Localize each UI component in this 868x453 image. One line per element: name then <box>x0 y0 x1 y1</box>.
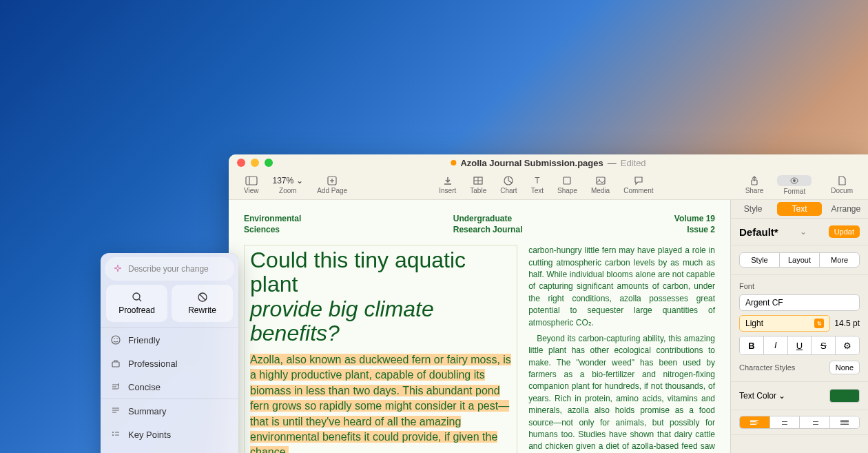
subtab-layout[interactable]: Layout <box>780 253 820 267</box>
side-paragraph-2: Beyond its carbon-capturing ability, thi… <box>528 333 715 453</box>
gear-icon: ⚙ <box>843 341 851 351</box>
traffic-lights <box>237 159 273 167</box>
character-styles-dropdown[interactable]: None <box>829 361 860 374</box>
toolbar: View 137% ⌄ Zoom Add Page Insert Table C… <box>229 171 868 200</box>
zoom-dropdown[interactable]: 137% ⌄ Zoom <box>266 176 311 194</box>
svg-point-34 <box>112 434 114 436</box>
maximize-button[interactable] <box>265 159 273 167</box>
close-button[interactable] <box>237 159 245 167</box>
sparkle-icon <box>113 264 123 274</box>
ai-writing-tools-panel: Describe your change Proofread Rewrite F… <box>101 253 238 453</box>
tone-concise-item[interactable]: Concise <box>101 375 238 399</box>
tone-friendly-item[interactable]: Friendly <box>101 328 238 352</box>
align-right-button[interactable] <box>800 416 830 428</box>
stepper-arrows-icon: ⇅ <box>814 319 824 328</box>
chart-button[interactable]: Chart <box>493 176 524 194</box>
proofread-button[interactable]: Proofread <box>106 285 167 322</box>
comment-button[interactable]: Comment <box>617 176 660 194</box>
text-button[interactable]: T Text <box>524 176 550 194</box>
tab-arrange[interactable]: Arrange <box>824 200 868 218</box>
italic-button[interactable]: I <box>764 336 788 354</box>
bold-button[interactable]: B <box>740 336 764 354</box>
table-button[interactable]: Table <box>463 176 493 194</box>
svg-point-32 <box>112 432 114 433</box>
view-button[interactable]: View <box>237 176 266 194</box>
paragraph-style-name[interactable]: Default* <box>739 226 778 238</box>
keypoints-item[interactable]: Key Points <box>101 423 238 446</box>
tab-text[interactable]: Text <box>777 202 821 216</box>
share-icon <box>748 176 761 185</box>
ai-prompt-placeholder: Describe your change <box>128 264 209 274</box>
window-title: Azolla Journal Submission.pages — Edited <box>451 158 645 168</box>
share-button[interactable]: Share <box>738 176 771 194</box>
highlighted-selection: Azolla, also known as duckweed fern or f… <box>250 354 511 453</box>
tone-professional-item[interactable]: Professional <box>101 352 238 375</box>
media-button[interactable]: Media <box>584 176 617 194</box>
header-journal: Undergraduate Research Journal <box>453 214 523 235</box>
document-canvas[interactable]: Environmental Sciences Undergraduate Res… <box>229 200 730 453</box>
titlebar: Azolla Journal Submission.pages — Edited <box>229 154 868 171</box>
chevron-down-icon: ⌄ <box>296 176 303 185</box>
rewrite-button[interactable]: Rewrite <box>172 285 233 322</box>
chevron-down-icon[interactable]: ⌄ <box>778 391 785 401</box>
title-separator: — <box>608 158 617 168</box>
smile-icon <box>110 334 121 345</box>
shape-button[interactable]: Shape <box>550 176 584 194</box>
concise-icon <box>110 381 121 392</box>
comment-icon <box>632 176 645 185</box>
svg-point-24 <box>116 338 118 339</box>
article-main-column[interactable]: Could this tiny aquatic plant provide bi… <box>244 245 517 453</box>
svg-line-21 <box>200 294 205 300</box>
header-department: Environmental Sciences <box>244 214 301 235</box>
document-modified-dot-icon <box>451 160 456 165</box>
briefcase-icon <box>110 358 121 369</box>
inspector-panel: Style Text Arrange Default* ⌄ Updat Styl… <box>730 200 868 453</box>
subtab-more[interactable]: More <box>820 253 859 267</box>
document-icon <box>836 176 848 185</box>
minimize-button[interactable] <box>251 159 259 167</box>
summary-icon <box>110 405 121 416</box>
update-style-button[interactable]: Updat <box>829 225 860 238</box>
align-center-button[interactable] <box>770 416 800 428</box>
font-family-dropdown[interactable]: Argent CF <box>739 294 860 311</box>
insert-icon <box>442 176 454 185</box>
svg-text:T: T <box>535 176 540 185</box>
font-weight-dropdown[interactable]: Light ⇅ <box>739 315 830 332</box>
document-button[interactable]: Docum <box>824 176 860 194</box>
font-section-label: Font <box>739 282 860 290</box>
svg-rect-13 <box>597 177 605 184</box>
align-justify-button[interactable] <box>830 416 860 428</box>
underline-button[interactable]: U <box>788 336 812 354</box>
bullets-icon <box>110 429 121 440</box>
tab-style[interactable]: Style <box>731 200 775 218</box>
text-color-label: Text Color ⌄ <box>739 391 785 401</box>
insert-button[interactable]: Insert <box>432 176 463 194</box>
header-volume: Volume 19 Issue 2 <box>674 214 715 235</box>
subtab-style[interactable]: Style <box>740 253 780 267</box>
media-icon <box>595 176 607 185</box>
font-size-field[interactable]: 14.5 pt <box>834 319 860 328</box>
format-button[interactable]: Format <box>770 175 818 195</box>
alignment-buttons <box>739 416 860 429</box>
pages-app-window: Azolla Journal Submission.pages — Edited… <box>229 154 868 453</box>
align-left-button[interactable] <box>740 416 770 428</box>
document-status: Edited <box>621 158 646 168</box>
plus-icon <box>326 176 338 185</box>
strikethrough-button[interactable]: S <box>812 336 836 354</box>
chart-icon <box>502 176 515 185</box>
add-page-button[interactable]: Add Page <box>310 176 354 194</box>
more-styles-button[interactable]: ⚙ <box>836 336 859 354</box>
table-item[interactable]: Table <box>101 446 238 453</box>
shape-icon <box>561 176 573 185</box>
summary-item[interactable]: Summary <box>101 399 238 423</box>
inspector-main-tabs: Style Text Arrange <box>731 200 868 219</box>
ai-prompt-input[interactable]: Describe your change <box>105 257 234 281</box>
table-icon <box>472 176 484 185</box>
svg-point-23 <box>114 338 115 339</box>
svg-point-22 <box>112 336 120 344</box>
text-icon: T <box>531 176 544 185</box>
chevron-down-icon[interactable]: ⌄ <box>800 227 807 236</box>
svg-rect-25 <box>112 362 119 367</box>
svg-point-18 <box>133 293 140 300</box>
text-color-swatch[interactable] <box>829 389 860 403</box>
